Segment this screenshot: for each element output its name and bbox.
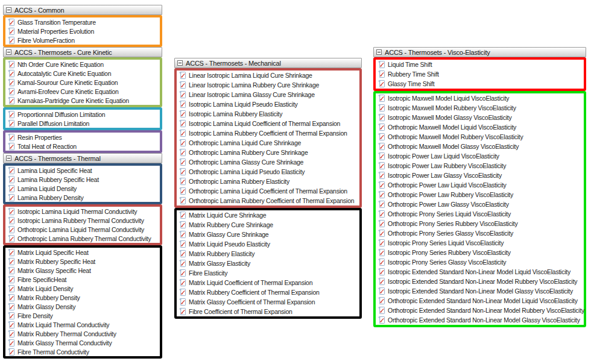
- tree-item[interactable]: Matrix Rubbery Density: [5, 293, 160, 302]
- tree-item[interactable]: Isotropic Extended Standard Non-Linear M…: [376, 267, 584, 277]
- tree-item[interactable]: Orthotropic Power Law Liquid ViscoElasti…: [376, 180, 584, 190]
- tree-item[interactable]: Matrix Liquid Specific Heat: [5, 248, 160, 257]
- tree-item[interactable]: Matrix Liquid Coefficient of Thermal Exp…: [177, 278, 359, 287]
- group-header[interactable]: ACCS - Thermosets - Visco-Elasticity: [373, 47, 586, 57]
- tree-item[interactable]: Linear Isotropic Lamina Rubbery Cure Shr…: [177, 80, 359, 90]
- tree-item[interactable]: Orthotropic Lamina Liquid Pseudo Elastic…: [177, 167, 359, 177]
- tree-item[interactable]: Matrix Liquid Thermal Conductivity: [5, 320, 160, 329]
- tree-item[interactable]: Lamina Rubbery Specific Heat: [5, 175, 160, 184]
- collapse-minus-icon[interactable]: [177, 60, 183, 66]
- tree-item[interactable]: Matrix Glassy Density: [5, 302, 160, 311]
- tree-item[interactable]: Linear Isotropic Lamina Glassy Cure Shri…: [177, 90, 359, 99]
- tree-item[interactable]: Isotropic Extended Standard Non-Linear M…: [376, 286, 584, 296]
- tree-item[interactable]: Matrix Glassy Thermal Conductivity: [5, 338, 160, 347]
- tree-item[interactable]: Matrix Liquid Pseudo Elasticity: [177, 239, 359, 249]
- tree-item[interactable]: Matrix Liquid Density: [5, 284, 160, 293]
- tree-item[interactable]: Isotropic Lamina Rubbery Coefficient of …: [177, 128, 359, 138]
- tree-item[interactable]: Fibre Elasticity: [177, 268, 359, 278]
- tree-item[interactable]: Isotropic Lamina Rubbery Thermal Conduct…: [5, 216, 160, 225]
- tree-item[interactable]: Autocatalytic Cure Kinetic Equation: [5, 69, 160, 78]
- tree-item[interactable]: Kamal-Sourour Cure Kinetic Equation: [5, 78, 160, 87]
- tree-item[interactable]: Orthotropic Power Law Rubbery ViscoElast…: [376, 190, 584, 199]
- tree-item[interactable]: Matrix Rubbery Coefficient of Thermal Ex…: [177, 287, 359, 297]
- tree-item[interactable]: Orthotropic Power Law Glassy ViscoElasti…: [376, 199, 584, 209]
- tree-item[interactable]: Orthotropic Maxwell Model Rubbery ViscoE…: [376, 132, 584, 142]
- tree-item[interactable]: Isotropic Lamina Liquid Pseudo Elasticit…: [177, 99, 359, 109]
- tree-item[interactable]: Matrix Rubbery Elasticity: [177, 249, 359, 259]
- group-header[interactable]: ACCS - Common: [3, 5, 162, 15]
- tree-item[interactable]: Orthotropic Lamina Liquid Cure Shrinkage: [177, 138, 359, 148]
- tree-item[interactable]: Orthotropic Lamina Rubbery Thermal Condu…: [5, 234, 160, 243]
- tree-item[interactable]: Fibre Density: [5, 311, 160, 320]
- group-header[interactable]: ACCS - Thermosets - Cure Kinetic: [3, 47, 162, 57]
- tree-item[interactable]: Isotropic Prony Series Rubbery ViscoElas…: [376, 248, 584, 257]
- tree-item[interactable]: Isotropic Prony Series Liquid ViscoElast…: [376, 238, 584, 248]
- tree-item[interactable]: Isotropic Prony Series Glassy ViscoElast…: [376, 257, 584, 267]
- tree-item[interactable]: Matrix Rubbery Specific Heat: [5, 257, 160, 266]
- tree-item[interactable]: Orthotropic Maxwell Model Liquid ViscoEl…: [376, 122, 584, 132]
- collapse-minus-icon[interactable]: [6, 7, 11, 13]
- group-header[interactable]: ACCS - Thermosets - Thermal: [3, 153, 162, 163]
- tree-item[interactable]: Fibre Coefficient of Thermal Expansion: [177, 307, 359, 316]
- tree-item[interactable]: Matrix Glassy Elasticity: [177, 259, 359, 268]
- tree-item[interactable]: Fibre SpecificHeat: [5, 275, 160, 284]
- group-header[interactable]: ACCS - Thermosets - Mechanical: [174, 58, 362, 68]
- tree-item[interactable]: Parallel Diffusion Limitation: [5, 119, 160, 128]
- tree-item-label: Orthotropic Maxwell Model Liquid ViscoEl…: [388, 124, 516, 131]
- tree-item[interactable]: Glassy Time Shift: [376, 79, 584, 89]
- tree-item[interactable]: Orthotropic Prony Series Liquid ViscoEla…: [376, 209, 584, 219]
- tree-item[interactable]: Matrix Glassy Cure Shrinkage: [177, 230, 359, 239]
- tree-item[interactable]: Orthotropic Lamina Rubbery Coefficient o…: [177, 196, 359, 206]
- tree-item[interactable]: Nth Order Cure Kinetic Equation: [5, 60, 160, 69]
- tree-item[interactable]: Isotropic Extended Standard Non-Linear M…: [376, 277, 584, 286]
- tree-item[interactable]: Lamina Liquid Density: [5, 184, 160, 193]
- tree-item[interactable]: Orthotropic Extended Standard Non-Linear…: [376, 315, 584, 325]
- tree-item[interactable]: Material Properties Evolution: [5, 27, 160, 36]
- tree-item[interactable]: Matrix Rubbery Thermal Conductivity: [5, 329, 160, 338]
- graph-doc-icon: [179, 259, 186, 268]
- tree-item[interactable]: Rubbery Time Shift: [376, 69, 584, 79]
- tree-item[interactable]: Liquid Time Shift: [376, 60, 584, 69]
- tree-item[interactable]: Isotropic Maxwell Model Rubbery ViscoEla…: [376, 103, 584, 113]
- tree-item[interactable]: Orthotropic Extended Standard Non-Linear…: [376, 296, 584, 306]
- tree-item[interactable]: Orthotropic Lamina Glassy Cure Shrinkage: [177, 157, 359, 167]
- tree-item[interactable]: Total Heat of Reaction: [5, 142, 160, 151]
- tree-item[interactable]: Orthotropic Lamina Liquid Thermal Conduc…: [5, 225, 160, 234]
- tree-item[interactable]: Isotropic Lamina Liquid Coefficient of T…: [177, 119, 359, 128]
- tree-item-label: Orthotropic Prony Series Rubbery ViscoEl…: [388, 220, 517, 227]
- tree-item[interactable]: Isotropic Lamina Liquid Thermal Conducti…: [5, 207, 160, 216]
- tree-item[interactable]: Proportionnal Diffusion Limitation: [5, 110, 160, 119]
- tree-item[interactable]: Orthotropic Lamina Rubbery Elasticity: [177, 177, 359, 186]
- tree-item-label: Matrix Liquid Coefficient of Thermal Exp…: [189, 279, 312, 286]
- tree-item[interactable]: Isotropic Power Law Glassy ViscoElastici…: [376, 171, 584, 180]
- tree-item[interactable]: Matrix Glassy Specific Heat: [5, 266, 160, 275]
- tree-item[interactable]: Glass Transition Temperature: [5, 17, 160, 27]
- tree-item[interactable]: Orthotropic Lamina Liquid Coefficient of…: [177, 186, 359, 196]
- tree-item[interactable]: Isotropic Lamina Rubbery Elasticity: [177, 109, 359, 119]
- tree-item[interactable]: Fibre VolumeFraction: [5, 36, 160, 45]
- tree-item[interactable]: Lamina Rubbery Density: [5, 193, 160, 202]
- graph-doc-icon: [179, 298, 186, 306]
- tree-item[interactable]: Matrix Liquid Cure Shrinkage: [177, 210, 359, 220]
- tree-item[interactable]: Linear Isotropic Lamina Liquid Cure Shri…: [177, 71, 359, 80]
- tree-item[interactable]: Resin Properties: [5, 133, 160, 142]
- tree-item[interactable]: Orthotropic Prony Series Rubbery ViscoEl…: [376, 219, 584, 228]
- tree-item[interactable]: Orthotropic Extended Standard Non-Linear…: [376, 306, 584, 315]
- collapse-minus-icon[interactable]: [6, 155, 11, 161]
- tree-item[interactable]: Orthotropic Maxwell Model Glassy ViscoEl…: [376, 142, 584, 151]
- tree-item[interactable]: Matrix Rubbery Cure Shrinkage: [177, 220, 359, 230]
- tree-item-label: Fibre SpecificHeat: [17, 276, 66, 283]
- tree-item[interactable]: Avrami-Erofeev Cure Kinetic Equation: [5, 87, 160, 96]
- collapse-minus-icon[interactable]: [376, 49, 382, 55]
- tree-item[interactable]: Isotropic Maxwell Model Glassy ViscoElas…: [376, 113, 584, 122]
- tree-item[interactable]: Isotropic Maxwell Model Liquid ViscoElas…: [376, 93, 584, 103]
- tree-item[interactable]: Orthotropic Lamina Rubbery Cure Shrinkag…: [177, 148, 359, 157]
- tree-item[interactable]: Orthotropic Prony Series Glassy ViscoEla…: [376, 228, 584, 238]
- tree-item[interactable]: Isotropic Power Law Liquid ViscoElastici…: [376, 151, 584, 161]
- tree-item[interactable]: Matrix Glassy Coefficient of Thermal Exp…: [177, 297, 359, 307]
- tree-item[interactable]: Karnakas-Partridge Cure Kinetic Equation: [5, 96, 160, 105]
- tree-item[interactable]: Lamina Liquid Specific Heat: [5, 166, 160, 175]
- tree-item[interactable]: Isotropic Power Law Rubbery ViscoElastic…: [376, 161, 584, 171]
- collapse-minus-icon[interactable]: [6, 49, 11, 55]
- tree-item[interactable]: Fibre Thermal Conductivity: [5, 347, 160, 356]
